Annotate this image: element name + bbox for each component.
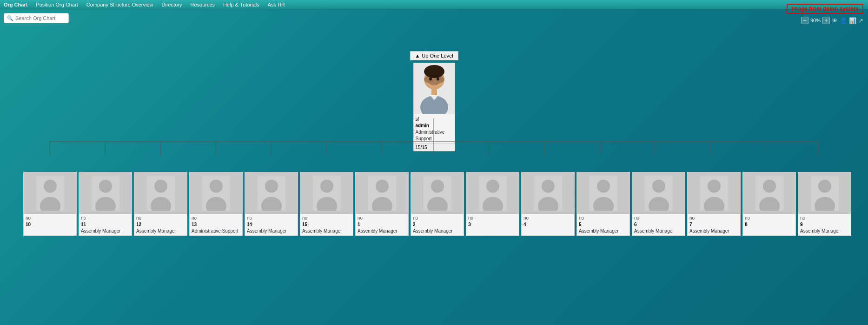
child-node-info: no14Assembly Manager	[245, 214, 298, 235]
child-node[interactable]: no13Administrative Support	[189, 172, 243, 236]
child-node-id: 15	[302, 221, 351, 228]
search-input[interactable]	[15, 15, 66, 21]
root-node-dept: Administrative Support	[416, 129, 453, 142]
child-node-photo	[245, 172, 298, 214]
child-node-id: 5	[579, 221, 628, 228]
export-icon[interactable]: ↗	[858, 17, 863, 24]
child-node-role: Assembly Manager	[136, 228, 185, 234]
child-node-photo	[79, 172, 132, 214]
zoom-in-button[interactable]: +	[822, 17, 830, 24]
child-node[interactable]: no8	[742, 172, 796, 236]
svg-point-3	[424, 75, 444, 84]
child-node-id: 8	[745, 221, 794, 228]
child-node[interactable]: no11Assembly Manager	[79, 172, 132, 236]
child-node[interactable]: no3	[466, 172, 519, 236]
children-row: no10 no11Assembly Manager no12Assembly M…	[23, 172, 845, 236]
child-node-no: no	[579, 215, 628, 221]
svg-rect-5	[431, 88, 437, 95]
search-icon: 🔍	[7, 15, 13, 21]
svg-point-54	[542, 180, 555, 193]
nav-item-directory[interactable]: Directory	[162, 2, 182, 7]
svg-point-57	[597, 180, 610, 193]
nav-item-resources[interactable]: Resources	[191, 2, 215, 7]
child-node[interactable]: no9Assembly Manager	[798, 172, 851, 236]
svg-point-36	[210, 180, 223, 193]
child-node-id: 6	[634, 221, 683, 228]
child-node-photo	[411, 172, 464, 214]
child-node-role: Assembly Manager	[247, 228, 296, 234]
child-node-photo	[577, 172, 629, 214]
child-node-photo	[798, 172, 851, 214]
child-node-photo	[688, 172, 740, 214]
nav-item-position-org[interactable]: Position Org Chart	[36, 2, 78, 7]
child-node-id: 11	[81, 221, 130, 228]
child-node[interactable]: no7Assembly Manager	[687, 172, 741, 236]
child-node-photo	[300, 172, 353, 214]
up-one-level-button[interactable]: ▲ Up One Level	[410, 51, 458, 60]
child-node-no: no	[26, 215, 74, 221]
demo-badge: Image from demo system	[787, 4, 863, 14]
svg-point-69	[818, 180, 831, 193]
child-node-info: no5Assembly Manager	[577, 214, 629, 235]
child-node-id: 2	[413, 221, 462, 228]
child-node-role: Administrative Support	[192, 228, 240, 234]
child-node[interactable]: no1Assembly Manager	[355, 172, 409, 236]
zoom-controls: − 90% + 👁 👤 📊 ↗	[801, 17, 863, 24]
up-one-level-label: Up One Level	[422, 53, 453, 58]
nav-item-ask-hr[interactable]: Ask HR	[268, 2, 285, 7]
child-node-no: no	[302, 215, 351, 221]
child-node-no: no	[358, 215, 406, 221]
child-node-role: Assembly Manager	[81, 228, 130, 234]
child-node[interactable]: no15Assembly Manager	[300, 172, 353, 236]
child-node-role: Assembly Manager	[634, 228, 683, 234]
person-icon[interactable]: 👤	[840, 17, 847, 24]
nav-item-org-chart[interactable]: Org Chart	[4, 2, 27, 7]
child-node-photo	[134, 172, 187, 214]
child-node-photo	[24, 172, 76, 214]
svg-point-63	[708, 180, 721, 193]
child-node[interactable]: no2Assembly Manager	[411, 172, 464, 236]
child-node-id: 10	[26, 221, 74, 228]
child-node[interactable]: no10	[23, 172, 77, 236]
child-node-id: 13	[192, 221, 240, 228]
child-node[interactable]: no5Assembly Manager	[576, 172, 630, 236]
child-node-id: 1	[358, 221, 406, 228]
child-node-id: 9	[800, 221, 849, 228]
child-node-id: 4	[523, 221, 572, 228]
child-node-no: no	[523, 215, 572, 221]
svg-point-27	[44, 180, 57, 193]
svg-point-30	[99, 180, 112, 193]
child-node-no: no	[800, 215, 849, 221]
child-node-info: no10	[24, 214, 76, 229]
up-arrow-icon: ▲	[415, 53, 420, 58]
svg-point-48	[431, 180, 444, 193]
nav-item-help-tutorials[interactable]: Help & Tutorials	[223, 2, 259, 7]
eye-icon[interactable]: 👁	[832, 17, 838, 24]
root-node-name: sf	[416, 116, 453, 123]
child-node[interactable]: no14Assembly Manager	[245, 172, 298, 236]
child-node-no: no	[689, 215, 738, 221]
child-node-no: no	[413, 215, 462, 221]
child-node-info: no15Assembly Manager	[300, 214, 353, 235]
root-node[interactable]: sf admin Administrative Support 15/15	[413, 63, 455, 151]
child-node-info: no12Assembly Manager	[134, 214, 187, 235]
search-bar[interactable]: 🔍	[4, 13, 69, 23]
child-node-id: 12	[136, 221, 185, 228]
child-node-photo	[632, 172, 685, 214]
root-node-info: sf admin Administrative Support	[414, 114, 455, 142]
child-node-info: no8	[743, 214, 795, 229]
child-node[interactable]: no4	[521, 172, 575, 236]
chart-area: ▲ Up One Level	[0, 28, 868, 325]
child-node-info: no4	[522, 214, 574, 229]
child-node-no: no	[247, 215, 296, 221]
child-node-id: 7	[689, 221, 738, 228]
svg-point-7	[437, 78, 439, 81]
root-node-photo	[414, 63, 455, 114]
child-node-no: no	[745, 215, 794, 221]
zoom-out-button[interactable]: −	[801, 17, 808, 24]
child-node[interactable]: no12Assembly Manager	[134, 172, 187, 236]
chart-icon[interactable]: 📊	[849, 17, 856, 24]
nav-item-company-structure[interactable]: Company Structure Overview	[86, 2, 153, 7]
child-node[interactable]: no6Assembly Manager	[632, 172, 685, 236]
child-node-info: no6Assembly Manager	[632, 214, 685, 235]
